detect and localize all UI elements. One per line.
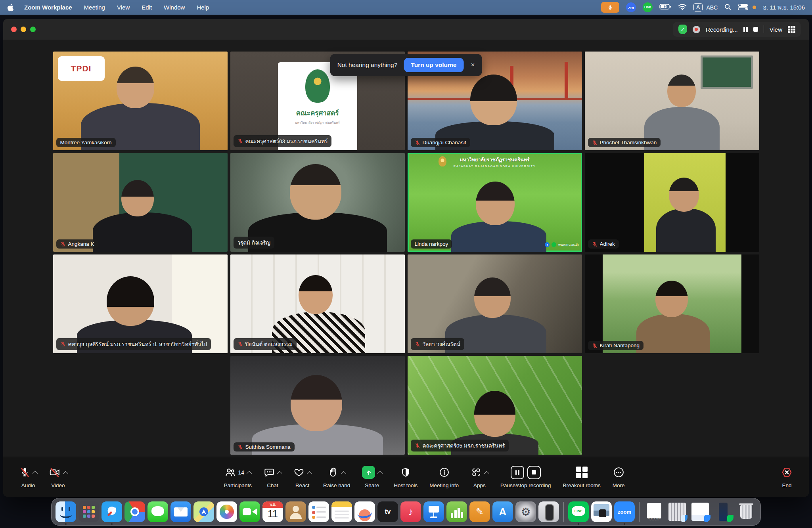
toolbar-end-button[interactable]: End (781, 466, 793, 488)
spotlight-search-icon[interactable] (724, 4, 731, 11)
toolbar-host-tools-button[interactable]: Host tools (394, 466, 417, 488)
dock-icon-window-thumb-finder[interactable] (667, 501, 688, 522)
toolbar-video-button[interactable]: Video (49, 466, 67, 488)
chevron-up-icon[interactable] (341, 471, 346, 476)
pause-recording-icon[interactable] (743, 27, 748, 32)
participant-tile-kirati[interactable]: Kirati Nantapong (585, 254, 759, 353)
chevron-up-icon[interactable] (63, 471, 68, 476)
zoom-menubar-icon[interactable]: zm (626, 2, 636, 12)
toolbar-react-button[interactable]: React (293, 466, 311, 488)
chevron-up-icon[interactable] (247, 471, 252, 476)
toolbar-audio-button[interactable]: Audio (19, 466, 37, 488)
apple-logo-icon[interactable] (7, 4, 14, 11)
participant-tile-angkana[interactable]: Angkana K (53, 153, 228, 252)
menu-item-edit[interactable]: Edit (142, 4, 152, 11)
toolbar-more-button[interactable]: More (613, 466, 625, 488)
chevron-up-icon[interactable] (33, 471, 38, 476)
control-center-icon[interactable] (738, 4, 748, 11)
dock-icon-calendar[interactable]: พ.ย.11 (262, 501, 283, 522)
toolbar-chat-button[interactable]: Chat (264, 466, 282, 488)
battery-icon[interactable] (659, 4, 671, 11)
dock-icon-maps[interactable] (193, 501, 214, 522)
turn-up-volume-button[interactable]: Turn up volume (404, 58, 463, 72)
close-notification-icon[interactable]: × (471, 61, 475, 69)
view-button-label[interactable]: View (770, 26, 782, 33)
participant-tile-linda[interactable]: มหาวิทยาลัยราชภัฏราชนครินทร์RAJABHAT RAJ… (408, 153, 582, 252)
menu-item-help[interactable]: Help (197, 4, 209, 11)
minimize-window-button[interactable] (21, 27, 26, 32)
gallery-view-icon[interactable] (788, 26, 795, 33)
participant-tile-phochet[interactable]: Phochet Thamsirikhwan (585, 52, 759, 150)
encryption-shield-icon[interactable]: ✓ (678, 25, 687, 34)
menu-item-window[interactable]: Window (164, 4, 185, 11)
dock-icon-docx-file[interactable]: DOCX (644, 501, 665, 522)
chevron-up-icon[interactable] (377, 471, 383, 476)
wifi-icon[interactable] (678, 4, 687, 11)
dock-icon-line-app[interactable]: LINE (568, 501, 589, 522)
dock-icon-chrome[interactable] (124, 501, 145, 522)
tpdi-logo: TPDI (58, 56, 105, 81)
dock-icon-launchpad[interactable] (79, 501, 99, 522)
participant-tile-warut[interactable]: วรุตม์ กิจเจริญ (230, 153, 405, 252)
participant-tile-kathawut[interactable]: คทาวุธ กุลศิริรัตน์ มรภ.ราชนครินทร์ ป. ส… (53, 254, 228, 353)
menu-item-meeting[interactable]: Meeting (84, 4, 105, 11)
notification-text: Not hearing anything? (337, 61, 398, 69)
dock-icon-pages[interactable]: ✎ (469, 501, 490, 522)
dock-icon-window-thumb-zoom[interactable] (690, 501, 710, 522)
line-menubar-icon[interactable]: LINE (643, 2, 653, 12)
dock-icon-music[interactable]: ♪ (400, 501, 421, 522)
person-head (107, 276, 154, 326)
dock-icon-contacts[interactable] (285, 501, 306, 522)
dock-icon-mail[interactable] (170, 501, 191, 522)
apps-icon (471, 467, 482, 478)
participant-name: Phochet Thamsirikhwan (600, 140, 657, 145)
participant-tile-wanlaya[interactable]: วัลยา วงศ์ณรัตน์ (408, 254, 582, 353)
stop-recording-button[interactable] (527, 466, 541, 479)
participant-tile-piyanan[interactable]: ปิยนันต์ ต่อแสงธรรม (230, 254, 405, 353)
menu-item-zoom-workplace[interactable]: Zoom Workplace (24, 4, 72, 11)
dock-icon-keynote[interactable] (423, 501, 444, 522)
menu-item-view[interactable]: View (117, 4, 130, 11)
dock-icon-notes[interactable] (331, 501, 352, 522)
dock-icon-iphone-mirroring[interactable] (538, 501, 559, 522)
chevron-up-icon[interactable] (484, 471, 489, 476)
chevron-up-icon[interactable] (277, 471, 282, 476)
dock-icon-facetime[interactable] (239, 501, 260, 522)
person-head (299, 275, 333, 314)
toolbar-breakout-button[interactable]: Breakout rooms (563, 466, 600, 488)
dock-icon-freeform[interactable] (354, 501, 375, 522)
dock-icon-settings[interactable]: ⚙ (515, 501, 536, 522)
dock-icon-appletv[interactable]: tv (377, 501, 398, 522)
dock-icon-appstore[interactable]: A (492, 501, 513, 522)
pause-recording-button[interactable] (511, 466, 524, 479)
toolbar-raise-hand-button[interactable]: Raise hand (323, 466, 350, 488)
zoom-window-button[interactable] (30, 27, 36, 32)
stop-recording-icon[interactable] (753, 27, 758, 32)
menubar-mic-indicator[interactable] (601, 2, 619, 13)
participant-tile-sutthisa[interactable]: Sutthisa Sommana (230, 356, 405, 455)
toolbar-share-button[interactable]: Share (362, 466, 382, 488)
participant-tile-adirek[interactable]: Adirek (585, 153, 759, 252)
dock-icon-safari[interactable] (102, 501, 122, 522)
input-source-abc-label[interactable]: ABC (706, 4, 718, 11)
dock-icon-window-thumb-line[interactable] (713, 501, 733, 522)
dock-icon-photos[interactable] (216, 501, 237, 522)
dock-icon-photo-doc[interactable] (591, 501, 612, 522)
audio-notification-banner: Not hearing anything? Turn up volume × (330, 54, 482, 76)
dock-icon-messages[interactable] (147, 501, 168, 522)
toolbar-pause-stop-button[interactable]: Pause/stop recording (500, 466, 551, 488)
close-window-button[interactable] (11, 27, 17, 32)
dock-icon-trash[interactable] (736, 501, 756, 522)
toolbar-meeting-info-button[interactable]: Meeting info (429, 466, 459, 488)
participant-tile-montree[interactable]: TPDIMontree Yamkasikorn (53, 52, 228, 150)
dock-icon-reminders[interactable] (308, 501, 329, 522)
input-source-icon[interactable]: A (693, 3, 703, 11)
chevron-up-icon[interactable] (307, 471, 312, 476)
menubar-clock[interactable]: อ. 11 พ.ย. 15:06 (763, 3, 805, 12)
toolbar-participants-button[interactable]: 14Participants (224, 466, 252, 488)
dock-icon-numbers[interactable] (446, 501, 467, 522)
toolbar-apps-button[interactable]: Apps (471, 466, 488, 488)
participant-tile-kru05[interactable]: คณะครุศาสตร์05 มรภ.ราชนครินทร์ (408, 356, 582, 455)
dock-icon-finder[interactable] (56, 501, 76, 522)
dock-icon-zoom-app[interactable]: zoom (614, 501, 635, 522)
